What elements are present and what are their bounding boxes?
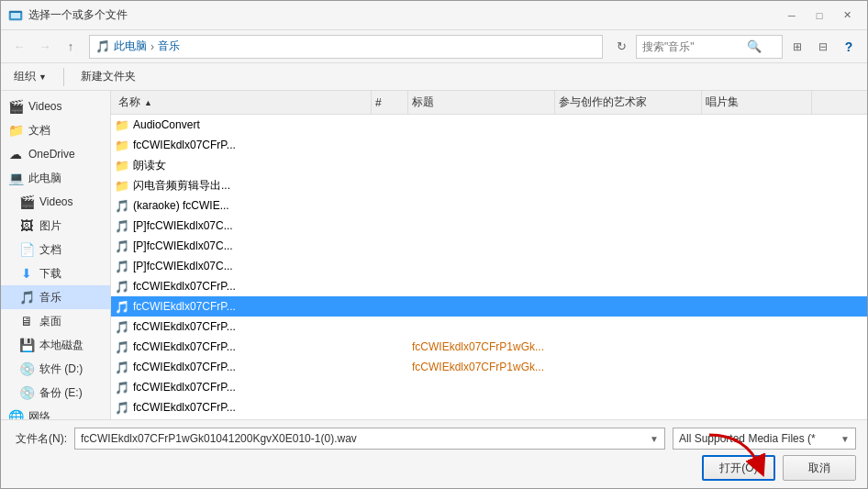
table-row[interactable]: 🎵 fcCWIEkdlx07CFrP... fcCWIEkdlx07CFrP1w… [111, 357, 867, 377]
new-folder-label: 新建文件夹 [81, 69, 136, 84]
table-row[interactable]: 🎵 fcCWIEkdlx07CFrP... [111, 276, 867, 296]
sidebar-item-label: 文档 [28, 123, 50, 139]
table-row[interactable]: 📁 fcCWIEkdlx07CFrP... [111, 135, 867, 155]
table-row[interactable]: 🎵 [P]fcCWIEkdlx07C... [111, 256, 867, 276]
table-row[interactable]: 📁 闪电音频剪辑导出... [111, 175, 867, 195]
forward-button[interactable]: → [34, 36, 56, 58]
col-header-title[interactable]: 标题 [408, 91, 555, 114]
file-title: fcCWIEkdlx07CFrP1wGk... [412, 340, 559, 353]
sidebar-item-label: Videos [28, 100, 61, 113]
sidebar-item-software[interactable]: 💿 软件 (D:) [1, 357, 110, 381]
address-bar: 🎵 此电脑 › 音乐 [89, 35, 603, 59]
col-header-num[interactable]: # [372, 91, 408, 114]
filename-label: 文件名(N): [12, 431, 67, 447]
close-button[interactable]: ✕ [834, 6, 860, 25]
col-album-label: 唱片集 [706, 94, 739, 110]
filetype-dropdown-icon[interactable]: ▼ [840, 434, 850, 444]
search-icon[interactable]: 🔍 [747, 39, 762, 53]
cancel-button[interactable]: 取消 [783, 455, 856, 481]
table-row[interactable]: 🎵 [P]fcCWIEkdlx07C... [111, 236, 867, 256]
view-toggle-button[interactable]: ⊞ [786, 36, 808, 58]
pane-button[interactable]: ⊟ [812, 36, 834, 58]
table-row[interactable]: 📁 朗读女 [111, 155, 867, 175]
open-button[interactable]: 打开(O) [702, 455, 775, 481]
col-header-album[interactable]: 唱片集 [702, 91, 812, 114]
table-row[interactable]: 🎵 (karaoke) fcCWIE... [111, 195, 867, 216]
sidebar-item-onedrive[interactable]: ☁ OneDrive [1, 142, 110, 166]
sidebar-item-local-disk[interactable]: 💾 本地磁盘 [1, 333, 110, 357]
col-name-label: 名称 [118, 94, 140, 110]
sidebar-item-network[interactable]: 🌐 网络 [1, 405, 110, 419]
music-file-icon: 🎵 [115, 340, 129, 354]
sidebar-item-label: 图片 [39, 218, 61, 234]
back-button[interactable]: ← [8, 36, 30, 58]
folder-icon: 📁 [115, 139, 129, 152]
sidebar-item-pictures[interactable]: 🖼 图片 [1, 214, 110, 238]
music-file-icon: 🎵 [115, 280, 129, 294]
table-row[interactable]: 📁 AudioConvert [111, 115, 867, 135]
table-row[interactable]: 🎵 fcCWIEkdlx07CFrP... [111, 397, 867, 417]
backup-icon: 💿 [19, 385, 34, 400]
search-box: 🔍 [636, 35, 783, 59]
file-name: fcCWIEkdlx07CFrP... [133, 401, 375, 414]
title-bar: 选择一个或多个文件 ─ □ ✕ [1, 1, 867, 30]
filename-input[interactable] [81, 432, 650, 445]
music-file-icon: 🎵 [115, 401, 129, 415]
sidebar-item-label: 音乐 [39, 290, 61, 306]
sidebar-item-music[interactable]: 🎵 音乐 [1, 285, 110, 309]
music-icon: 🎵 [19, 290, 34, 305]
sidebar-item-downloads[interactable]: ⬇ 下载 [1, 261, 110, 285]
file-list[interactable]: 📁 AudioConvert 📁 fcCWIEkdlx07CFrP... 📁 朗… [111, 115, 867, 419]
music-file-icon: 🎵 [115, 219, 129, 233]
file-name: (karaoke) fcCWIE... [133, 199, 375, 212]
local-disk-icon: 💾 [19, 338, 34, 352]
sidebar: 🎬 Videos 📁 文档 ☁ OneDrive 💻 此电脑 🎬 Videos … [1, 91, 111, 419]
search-input[interactable] [642, 40, 743, 53]
action-toolbar: 组织 ▼ 新建文件夹 [1, 63, 867, 91]
pictures-icon: 🖼 [19, 218, 34, 233]
maximize-button[interactable]: □ [807, 6, 832, 25]
music-file-icon: 🎵 [115, 260, 129, 273]
folder-icon: 📁 [115, 179, 129, 193]
col-header-artist[interactable]: 参与创作的艺术家 [555, 91, 702, 114]
sidebar-item-label: 备份 (E:) [39, 385, 83, 401]
downloads-icon: ⬇ [19, 266, 34, 281]
sidebar-item-this-pc[interactable]: 💻 此电脑 [1, 166, 110, 190]
sidebar-item-label: 文档 [39, 242, 61, 258]
new-folder-button[interactable]: 新建文件夹 [75, 67, 141, 87]
sidebar-item-documents2[interactable]: 📄 文档 [1, 238, 110, 261]
sidebar-item-documents[interactable]: 📁 文档 [1, 118, 110, 142]
music-file-icon: 🎵 [115, 361, 129, 374]
onedrive-icon: ☁ [8, 147, 23, 161]
sidebar-item-backup[interactable]: 💿 备份 (E:) [1, 381, 110, 405]
music-file-icon: 🎵 [115, 300, 129, 314]
sidebar-item-videos-top[interactable]: 🎬 Videos [1, 94, 110, 118]
documents-icon: 📁 [8, 123, 23, 138]
table-row[interactable]: 🎵 fcCWIEkdlx07CFrP... fcCWIEkdlx07CFrP1w… [111, 337, 867, 357]
up-button[interactable]: ↑ [60, 36, 82, 58]
cancel-button-label: 取消 [808, 461, 830, 476]
organize-label: 组织 [14, 69, 36, 84]
col-header-name[interactable]: 名称 ▲ [115, 91, 372, 114]
address-part-pc[interactable]: 此电脑 [114, 39, 147, 54]
file-name: fcCWIEkdlx07CFrP... [133, 280, 375, 293]
table-row[interactable]: 🎵 fcCWIEkdlx07CFrP... [111, 377, 867, 397]
table-row[interactable]: 🎵 fcCWIEkdlx07CFrP... [111, 317, 867, 337]
table-row[interactable]: 🎵 [P]fcCWIEkdlx07C... [111, 216, 867, 236]
refresh-button[interactable]: ↻ [610, 35, 632, 59]
filetype-display: All Supported Media Files (* [679, 432, 837, 445]
address-part-music[interactable]: 音乐 [158, 39, 180, 54]
minimize-button[interactable]: ─ [779, 6, 805, 25]
address-path: 此电脑 › 音乐 [114, 39, 180, 54]
file-name: fcCWIEkdlx07CFrP... [133, 361, 375, 373]
sidebar-item-videos[interactable]: 🎬 Videos [1, 190, 110, 214]
music-file-icon: 🎵 [115, 381, 129, 395]
help-button[interactable]: ? [838, 36, 860, 58]
filename-dropdown-icon[interactable]: ▼ [650, 434, 659, 444]
sort-asc-icon: ▲ [144, 98, 152, 107]
organize-button[interactable]: 组织 ▼ [8, 67, 52, 87]
table-row[interactable]: 🎵 fcCWIEkdlx07CFrP... [111, 296, 867, 317]
sidebar-item-desktop[interactable]: 🖥 桌面 [1, 309, 110, 333]
filename-input-wrap: ▼ [74, 428, 665, 450]
file-name: [P]fcCWIEkdlx07C... [133, 260, 375, 272]
